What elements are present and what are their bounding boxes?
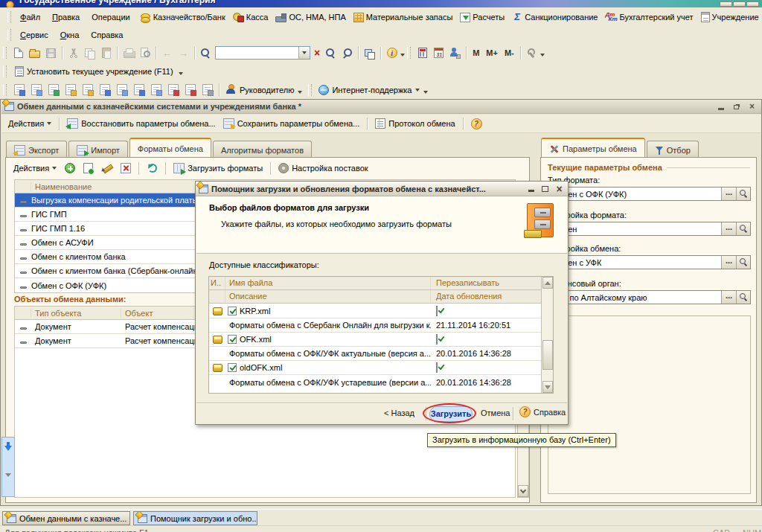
magnifier-button[interactable] bbox=[736, 188, 750, 200]
actions-menu-button[interactable]: Действия bbox=[6, 118, 54, 129]
info-button[interactable]: i bbox=[384, 45, 400, 60]
report-button-11[interactable] bbox=[182, 83, 198, 97]
menu-cash[interactable]: Касса bbox=[229, 10, 272, 25]
chevron-down-icon[interactable] bbox=[298, 91, 302, 94]
child-restore-button[interactable] bbox=[730, 101, 743, 112]
tab-formats[interactable]: Форматы обмена bbox=[129, 138, 211, 157]
report-button-12[interactable] bbox=[199, 83, 215, 97]
taskbar-assistant-button[interactable]: Помощник загрузки и обно... bbox=[133, 511, 257, 525]
close-button[interactable] bbox=[746, 1, 759, 7]
overwrite-checkbox[interactable] bbox=[436, 362, 438, 373]
menu-windows[interactable]: Окна bbox=[54, 28, 86, 42]
ellipsis-button[interactable]: ... bbox=[721, 256, 736, 269]
new-button[interactable] bbox=[10, 45, 26, 60]
memory-plus-button[interactable]: M+ bbox=[483, 48, 501, 57]
windows-list-button[interactable] bbox=[362, 45, 377, 60]
memory-minus-button[interactable]: M- bbox=[502, 48, 517, 57]
search-button[interactable] bbox=[198, 45, 214, 60]
supply-settings-button[interactable]: Настройка поставок bbox=[276, 161, 370, 175]
chevron-down-icon[interactable] bbox=[540, 54, 545, 57]
chevron-down-icon[interactable] bbox=[179, 72, 183, 75]
user-permissions-button[interactable] bbox=[447, 45, 463, 60]
chevron-down-icon[interactable] bbox=[400, 54, 405, 57]
scroll-down-button[interactable] bbox=[542, 381, 553, 393]
file-desc-row[interactable]: Форматы обмена с ОФК/УФК устаревшие (вер… bbox=[209, 375, 541, 389]
restore-params-button[interactable]: Восстановить параметры обмена... bbox=[65, 117, 217, 130]
dialog-minimize-button[interactable] bbox=[525, 184, 537, 193]
tab-algorithms[interactable]: Алгоритмы форматов bbox=[213, 141, 312, 157]
delete-button[interactable] bbox=[118, 161, 133, 176]
undo-button[interactable]: ← bbox=[159, 45, 175, 60]
ellipsis-button[interactable]: ... bbox=[721, 291, 736, 304]
child-minimize-button[interactable] bbox=[714, 101, 727, 112]
dialog-close-button[interactable]: × bbox=[554, 184, 565, 193]
report-button-6[interactable] bbox=[97, 83, 112, 97]
menu-sanctioning[interactable]: Санкционирование bbox=[508, 10, 601, 25]
child-close-button[interactable]: × bbox=[746, 101, 758, 112]
format-type-field[interactable]: Обмен с ОФК (УФК) ... bbox=[548, 187, 751, 201]
exchange-settings-field[interactable]: Обмен с УФК ... bbox=[548, 255, 751, 269]
scroll-down-button[interactable] bbox=[518, 485, 528, 497]
exchange-window-title-bar[interactable]: Обмен данными с казначейскими системами … bbox=[1, 100, 761, 114]
magnifier-button[interactable] bbox=[736, 291, 750, 304]
menu-settlements[interactable]: Расчеты bbox=[456, 10, 508, 25]
open-button[interactable] bbox=[27, 45, 42, 60]
classifiers-header-row-2[interactable]: Описание Дата обновления bbox=[209, 290, 541, 304]
overwrite-checkbox[interactable] bbox=[436, 334, 438, 344]
report-button-3[interactable] bbox=[45, 83, 61, 97]
search-input[interactable] bbox=[215, 46, 310, 60]
file-checkbox[interactable] bbox=[228, 307, 237, 315]
print-preview-button[interactable] bbox=[137, 45, 153, 60]
find-prev-button[interactable] bbox=[339, 45, 355, 60]
add-button[interactable] bbox=[62, 161, 77, 176]
menu-materials[interactable]: Материальные запасы bbox=[350, 10, 457, 25]
dialog-help-button[interactable]: ?Справка bbox=[519, 406, 566, 417]
menu-fixed-assets[interactable]: ОС, НМА, НПА bbox=[272, 10, 349, 25]
internet-support-button[interactable]: Интернет-поддержка bbox=[316, 83, 421, 97]
file-checkbox[interactable] bbox=[228, 335, 237, 344]
search-dropdown-button[interactable] bbox=[298, 47, 310, 59]
calendar-button[interactable] bbox=[431, 45, 446, 60]
scroll-thumb[interactable] bbox=[542, 340, 553, 370]
load-formats-button[interactable]: Загрузить форматы bbox=[171, 161, 265, 175]
report-button-10[interactable] bbox=[165, 83, 181, 97]
ellipsis-button[interactable]: ... bbox=[721, 222, 736, 235]
list-actions-button[interactable]: Действия bbox=[11, 162, 59, 174]
clear-search-button[interactable]: × bbox=[312, 48, 322, 58]
ellipsis-button[interactable]: ... bbox=[721, 188, 736, 200]
report-button-7[interactable] bbox=[114, 83, 129, 97]
set-current-institution-button[interactable]: Установить текущее учреждение (F11) bbox=[13, 65, 176, 78]
report-button-5[interactable] bbox=[80, 83, 95, 97]
report-button-2[interactable] bbox=[28, 83, 44, 97]
memory-button[interactable]: M bbox=[470, 48, 482, 57]
file-row[interactable]: oldOFK.xml bbox=[209, 361, 541, 375]
cut-button[interactable] bbox=[65, 45, 81, 60]
protocol-button[interactable]: Протокол обмена bbox=[373, 117, 457, 130]
copy-button[interactable] bbox=[82, 45, 97, 60]
menu-help[interactable]: Справка bbox=[85, 28, 129, 42]
report-button-1[interactable] bbox=[11, 83, 27, 97]
menu-service[interactable]: Сервис bbox=[14, 28, 54, 42]
download-arrow-icon[interactable] bbox=[4, 442, 13, 452]
classifiers-header-row-1[interactable]: И.. Имя файла Перезаписывать bbox=[209, 277, 541, 290]
edit-button[interactable] bbox=[99, 161, 115, 176]
taskbar-exchange-button[interactable]: Обмен данными с казначе... bbox=[2, 511, 130, 525]
maximize-button[interactable] bbox=[733, 1, 746, 7]
save-button[interactable] bbox=[43, 45, 59, 60]
tab-filter[interactable]: Отбор bbox=[647, 141, 699, 157]
redo-button[interactable]: → bbox=[176, 45, 191, 60]
cancel-button[interactable]: Отмена bbox=[481, 408, 510, 417]
file-checkbox[interactable] bbox=[228, 363, 237, 372]
format-settings-field[interactable]: Обмен ... bbox=[548, 222, 751, 236]
menu-accounting[interactable]: Бухгалтерский учет bbox=[601, 10, 697, 25]
menu-file[interactable]: Файл bbox=[14, 10, 46, 24]
file-desc-row[interactable]: Форматы обмена с ОФК/УФК актуальные (вер… bbox=[209, 347, 541, 361]
overwrite-checkbox[interactable] bbox=[436, 306, 438, 316]
chevron-down-icon[interactable] bbox=[5, 473, 11, 477]
menu-institution[interactable]: Учреждение bbox=[697, 10, 762, 25]
minimize-button[interactable] bbox=[720, 1, 732, 7]
report-button-9[interactable] bbox=[148, 83, 164, 97]
help-button[interactable]: ? bbox=[469, 116, 484, 131]
copy-row-button[interactable] bbox=[80, 161, 96, 176]
dialog-title-bar[interactable]: Помощник загрузки и обновления форматов … bbox=[196, 182, 568, 196]
